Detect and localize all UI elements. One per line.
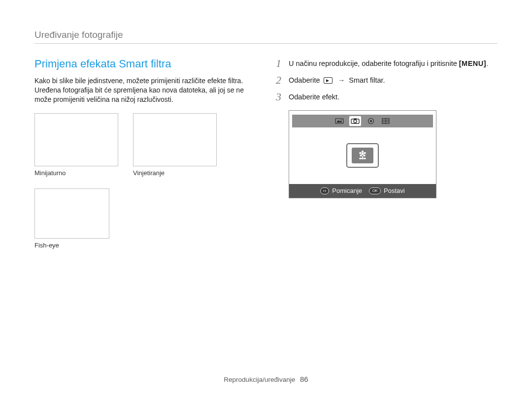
svg-rect-4 (354, 118, 357, 120)
screen-top-gap (289, 111, 436, 115)
thumb-image-placeholder (133, 113, 217, 166)
svg-point-6 (370, 120, 372, 122)
play-icon (324, 77, 332, 84)
svg-marker-21 (325, 190, 326, 192)
svg-point-1 (341, 119, 342, 120)
thumb-image-placeholder (34, 113, 118, 166)
thumb-vignette: Vinjetiranje (133, 113, 217, 177)
step2-post: Smart filtar. (349, 76, 385, 84)
svg-point-14 (364, 152, 366, 154)
thumbnail-grid: Minijaturno Vinjetiranje Fish-eye (34, 113, 246, 249)
page-title: Primjena efekata Smart filtra (34, 58, 246, 70)
step-text: U načinu reprodukcije, odaberite fotogra… (289, 58, 488, 69)
svg-point-18 (359, 157, 362, 159)
footer-left-group: Pomicanje (320, 187, 362, 194)
step-number: 1 (276, 58, 289, 69)
toolbar-icon-1 (334, 117, 344, 125)
thumb-fisheye: Fish-eye (34, 188, 109, 249)
breadcrumb: Uređivanje fotografije (34, 30, 498, 44)
content-columns: Primjena efekata Smart filtra Kako bi sl… (34, 58, 498, 249)
svg-point-19 (363, 157, 366, 159)
left-column: Primjena efekata Smart filtra Kako bi sl… (34, 58, 246, 249)
step-number: 2 (276, 74, 289, 86)
svg-point-11 (362, 153, 364, 155)
dpad-icon (320, 187, 329, 194)
toolbar-icon-3 (366, 117, 376, 125)
menu-button-label: [MENU] (459, 60, 486, 67)
ok-button-icon: OK (369, 187, 381, 194)
step1-text-b: . (486, 60, 488, 67)
footer-left-label: Pomicanje (332, 187, 362, 194)
right-column: 1 U načinu reprodukcije, odaberite fotog… (276, 58, 498, 249)
toolbar-icon-4 (381, 117, 391, 125)
thumb-caption: Vinjetiranje (133, 169, 217, 177)
screen-footer: Pomicanje OK Postavi (289, 184, 436, 198)
step-text: Odaberite efekt. (289, 91, 339, 102)
footer-right-group: OK Postavi (369, 187, 405, 194)
center-effect-tile (346, 143, 379, 168)
device-screen: Pomicanje OK Postavi (289, 110, 498, 198)
svg-point-3 (354, 120, 357, 123)
thumb-image-placeholder (34, 188, 109, 239)
step1-text-a: U načinu reprodukcije, odaberite fotogra… (289, 60, 459, 67)
page: Uređivanje fotografije Primjena efekata … (0, 0, 532, 401)
thumb-caption: Minijaturno (34, 169, 118, 177)
intro-paragraph: Kako bi slike bile jedinstvene, možete p… (34, 76, 246, 104)
thumb-miniature: Minijaturno (34, 113, 118, 177)
svg-rect-17 (362, 156, 363, 159)
svg-point-15 (360, 154, 362, 156)
screen-frame: Pomicanje OK Postavi (289, 110, 436, 198)
footer-right-label: Postavi (384, 187, 405, 194)
svg-point-16 (363, 154, 365, 156)
step-text: Odaberite → Smart filtar. (289, 74, 385, 86)
svg-marker-20 (323, 190, 324, 192)
step-3: 3 Odaberite efekt. (276, 91, 498, 103)
page-number: 86 (300, 375, 308, 383)
screen-body (289, 127, 436, 184)
page-footer: Reprodukcija/uređivanje 86 (0, 375, 532, 383)
flower-icon (352, 148, 373, 163)
toolbar-icon-active (349, 116, 361, 126)
footer-section: Reprodukcija/uređivanje (224, 376, 295, 383)
svg-point-13 (359, 152, 362, 154)
step2-pre: Odaberite (289, 76, 322, 84)
step-1: 1 U načinu reprodukcije, odaberite fotog… (276, 58, 498, 69)
step-2: 2 Odaberite → Smart filtar. (276, 74, 498, 86)
screen-toolbar (292, 115, 433, 127)
step-number: 3 (276, 91, 289, 103)
arrow-right-icon: → (336, 76, 347, 84)
thumb-caption: Fish-eye (34, 242, 109, 249)
svg-point-12 (362, 151, 364, 153)
